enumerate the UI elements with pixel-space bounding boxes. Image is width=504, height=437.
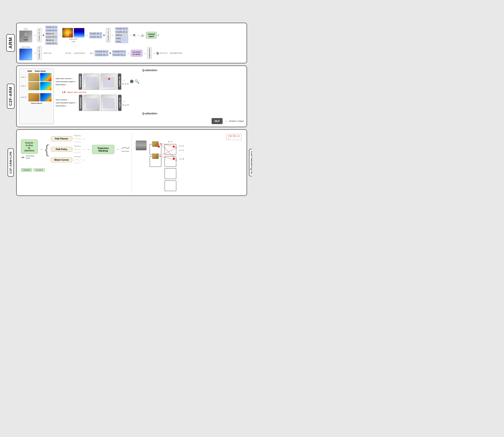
wavy-svg-bez2	[74, 159, 81, 161]
wavy-svg-bez3	[74, 162, 81, 165]
conv32-0: Conv(32, 3x3, 1)	[89, 32, 102, 35]
cam1-pc	[40, 73, 51, 81]
wavy-pol	[74, 145, 81, 154]
axis-icon	[140, 33, 145, 38]
rgb-tag: RGB	[24, 28, 28, 30]
argmax-label: Argmax2D	[69, 38, 77, 40]
arrow-3: →	[85, 33, 88, 37]
lpr-label: C2F-ARM+LPR	[8, 148, 14, 177]
conv-rgb-1: Conv(8, 7x7, 1)	[37, 28, 42, 42]
arr-obs: →	[66, 83, 68, 86]
arrow-5: →	[129, 33, 132, 37]
pc-header: Point cloud	[35, 70, 46, 72]
qconv-0: Conv(128, 3x3, 1)	[95, 50, 108, 53]
obs-row-cam1: Cam 1	[21, 73, 52, 81]
wavy-svg-pol2	[74, 148, 81, 151]
robot-arm-svg	[20, 31, 31, 41]
best-path-area: Best path	[121, 147, 130, 152]
cam1-rgb	[28, 73, 39, 81]
path-planner-item: Path Planner	[51, 134, 85, 144]
label-vresN: Voxel Resolution Depth N →	[56, 102, 78, 104]
svg-line-8	[21, 158, 22, 158]
scene3d-bot-2	[101, 95, 117, 111]
coarse-box: Coarse-to-fine Q-attention	[21, 139, 38, 154]
red-dot-k0	[158, 146, 160, 148]
pc-image	[19, 49, 32, 60]
wavy-svg-pp2	[74, 137, 81, 140]
xyz-bot: (x, y, z)	[123, 104, 129, 106]
cam1-label: Cam 1	[21, 76, 28, 78]
argmax-area: Argmax2D (x,y)	[62, 28, 85, 42]
qte-cubes-area: k = 0 k = 1	[134, 140, 242, 191]
red-dot-k1	[173, 146, 175, 148]
n-labels-col: n = 0 n = 1 ... n = N	[179, 145, 184, 160]
arm-content: RGB → Conv(8, 7x7, 1)	[16, 23, 247, 63]
qte-formula: max Q(s, a)a	[226, 134, 242, 140]
qatt-header-top: Q-attention	[56, 69, 244, 72]
dots-bez: →	[82, 158, 85, 162]
mid-conv-stack: Conv(8, 1x1, 1) Conv(8, 5x5, 2) Bilinear…	[45, 26, 58, 45]
svg-rect-1	[24, 36, 28, 38]
qte-right: max Q(s, a)a C2F-ARM+QTE k = 0	[132, 132, 244, 193]
svg-point-2	[23, 39, 28, 41]
plus-xyz: ⊕	[130, 79, 134, 84]
arr-vcb: →	[67, 99, 69, 101]
arm-inner: RGB → Conv(8, 7x7, 1)	[19, 26, 244, 60]
plus-3: +	[109, 51, 111, 55]
lpr-flow-row: Coarse-to-fine Q-attention Next-best pos…	[21, 134, 130, 165]
cube-k0-top	[150, 144, 161, 155]
traj-rank-box: Trajectory Ranking	[92, 145, 114, 154]
conv64-label: Conv(64, 1x1, 1)	[107, 29, 109, 41]
vox-top: Voxalisation	[79, 73, 82, 90]
xn-label: x N	[62, 91, 66, 93]
rconv-3: FC(64)	[115, 37, 128, 40]
plus-2: +	[103, 33, 105, 37]
q-conv-stack: Conv(128, 3x3, 1) Conv(128, 3x3, 1)	[95, 50, 108, 56]
top-pipeline-section: Q-attention Initial Voxel Centroid → Vo	[56, 69, 244, 90]
qatt-header-bot: Q-attention	[56, 112, 244, 115]
top-pipeline-row: Initial Voxel Centroid → Voxel Resolutio…	[56, 73, 244, 90]
rgb-image-wrap: RGB	[19, 28, 32, 42]
conv-rgb-1-label: Conv(8, 7x7, 1)	[38, 29, 40, 41]
arr-lpr-1: →	[39, 148, 43, 151]
obs-bot-label: Observations	[56, 105, 66, 107]
red-dot-k1m	[173, 158, 175, 159]
label-obs-bot: Observations →	[56, 105, 78, 107]
n1-label: n = 1	[179, 149, 184, 151]
conv32-1: Conv(32, 3x3, 1)	[89, 35, 102, 38]
pc-image-wrap: point cloud	[19, 46, 32, 60]
scene3d-top	[83, 73, 99, 90]
conv-mid-3: Conv(8, 5x5, 1)	[45, 35, 58, 38]
conv-mid-4: Bilinear Up	[45, 39, 58, 41]
qte-formula-sub: a	[228, 137, 229, 139]
conv-mid-2: Bilinear Up	[45, 32, 58, 35]
cube-k1-top	[165, 144, 176, 155]
scene3d-top-inner	[86, 77, 97, 87]
cube-col-k1: k = 1	[165, 140, 176, 191]
main-layout: ARM RGB	[5, 23, 247, 196]
c2farm-inner: RGB Point cloud Cam 1 Cam 2	[19, 69, 244, 124]
proprioceptive-label: proprioceptive	[74, 52, 85, 54]
argmax2dc-label: ArgMax2D(c)	[148, 48, 150, 58]
lpr-bottom: Coarse-to-fine Q-attention Next-best pos…	[19, 132, 244, 193]
size-128: (128×128)	[43, 52, 51, 54]
arr-lpr-3: →	[116, 148, 119, 151]
perpixel-label: Per-PixelQ-values	[133, 51, 141, 55]
bot-pipeline-section: Voxel Centroid → Voxel Resolution Depth …	[56, 95, 244, 116]
qconv-3: Conv(128, 3x3, 1)	[112, 53, 126, 56]
cube-k0-bot	[150, 156, 161, 167]
arr-vr0: →	[75, 80, 78, 83]
cam2-rgb	[28, 82, 39, 90]
magnify-icon: 🔍	[135, 79, 139, 84]
arm-top-row: RGB → Conv(8, 7x7, 1)	[19, 26, 244, 45]
axis-svg	[140, 33, 145, 38]
arrow-6: →	[136, 33, 139, 37]
robot-top-img	[136, 140, 146, 150]
label-obs-top: Observations →	[56, 83, 78, 86]
coarse-label: Coarse-to-fine Q-attention	[24, 141, 35, 152]
bezier-item: Bézier Curves	[51, 155, 85, 165]
wavy-svg-pp	[74, 134, 81, 137]
arm-bottom-row: point cloud → Conv(8, 7x7, 1) (128×128) …	[19, 46, 244, 60]
wavy-svg-bez	[74, 155, 81, 158]
argmax2dc-box: ArgMax2D(c)	[147, 47, 152, 59]
